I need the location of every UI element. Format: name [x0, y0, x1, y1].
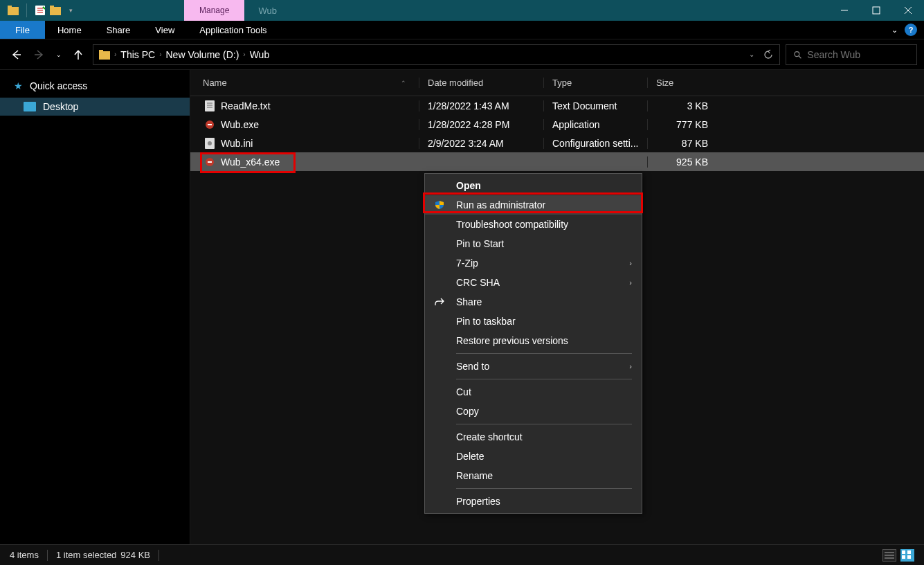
address-bar[interactable]: › This PC › New Volume (D:) › Wub ⌄: [93, 44, 780, 65]
sidebar-quick-access[interactable]: ★ Quick access: [0, 77, 190, 95]
sidebar-label: Desktop: [43, 101, 78, 112]
chevron-right-icon[interactable]: ›: [114, 51, 116, 58]
qat-dropdown-icon[interactable]: ▾: [64, 4, 77, 17]
file-name: Wub.exe: [221, 119, 259, 130]
separator: [47, 550, 48, 561]
file-name: ReadMe.txt: [221, 100, 271, 111]
refresh-icon[interactable]: [763, 49, 774, 60]
ctx-share[interactable]: Share: [425, 292, 642, 312]
ctx-crc-sha[interactable]: CRC SHA›: [425, 273, 642, 292]
chevron-right-icon[interactable]: ›: [243, 51, 245, 58]
ini-file-icon: [204, 138, 215, 149]
ctx-restore[interactable]: Restore previous versions: [425, 331, 642, 350]
close-button[interactable]: [892, 0, 924, 21]
status-size: 924 KB: [120, 550, 150, 560]
ctx-copy[interactable]: Copy: [425, 402, 642, 421]
breadcrumb-this-pc[interactable]: This PC: [120, 49, 155, 60]
tab-view[interactable]: View: [143, 21, 187, 39]
separator: [456, 353, 632, 354]
file-menu[interactable]: File: [0, 21, 45, 39]
manage-tab[interactable]: Manage: [184, 0, 244, 21]
sidebar-desktop[interactable]: Desktop: [0, 98, 190, 116]
folder-icon[interactable]: [7, 4, 19, 17]
svg-rect-1: [8, 6, 12, 8]
ctx-create-shortcut[interactable]: Create shortcut: [425, 427, 642, 447]
ctx-7zip[interactable]: 7-Zip›: [425, 253, 642, 273]
navbar: ⌄ › This PC › New Volume (D:) › Wub ⌄: [0, 39, 924, 70]
svg-rect-30: [907, 550, 911, 554]
chevron-right-icon: ›: [629, 362, 632, 370]
separator: [456, 488, 632, 489]
file-type: Application: [543, 119, 647, 130]
column-date[interactable]: Date modified: [419, 78, 543, 88]
file-row[interactable]: ReadMe.txt 1/28/2022 1:43 AM Text Docume…: [190, 96, 924, 115]
history-dropdown-icon[interactable]: ⌄: [54, 46, 64, 64]
file-name: Wub.ini: [221, 138, 253, 149]
ctx-run-admin[interactable]: Run as administrator: [425, 195, 642, 215]
properties-qat-icon[interactable]: [34, 4, 46, 17]
chevron-right-icon: ›: [629, 278, 632, 287]
svg-rect-12: [99, 51, 110, 60]
thumbnails-view-button[interactable]: [900, 549, 914, 562]
svg-point-14: [795, 51, 799, 56]
file-size: 777 KB: [647, 119, 716, 130]
context-menu: Open Run as administrator Troubleshoot c…: [424, 173, 642, 514]
ribbon: File Home Share View Application Tools ⌄…: [0, 21, 924, 39]
exe-file-icon: [204, 156, 215, 168]
file-row-selected[interactable]: Wub_x64.exe 925 KB: [190, 152, 924, 171]
ctx-properties[interactable]: Properties: [425, 492, 642, 511]
details-view-button[interactable]: [882, 549, 896, 562]
search-box[interactable]: [786, 44, 917, 65]
forward-button[interactable]: [30, 46, 48, 64]
svg-rect-29: [902, 550, 905, 554]
sidebar-label: Quick access: [30, 80, 87, 91]
breadcrumb-wub[interactable]: Wub: [250, 49, 270, 60]
column-name[interactable]: Name⌃: [190, 78, 419, 88]
svg-point-23: [208, 141, 212, 145]
sidebar: ★ Quick access Desktop: [0, 70, 190, 544]
svg-rect-21: [208, 124, 212, 125]
ctx-troubleshoot[interactable]: Troubleshoot compatibility: [425, 215, 642, 234]
titlebar: ▾ Manage Wub: [0, 0, 924, 21]
ctx-pin-taskbar[interactable]: Pin to taskbar: [425, 312, 642, 331]
file-size: 87 KB: [647, 138, 716, 149]
address-dropdown-icon[interactable]: ⌄: [749, 51, 754, 58]
star-icon: ★: [14, 80, 23, 91]
ctx-pin-start[interactable]: Pin to Start: [425, 234, 642, 253]
file-row[interactable]: Wub.exe 1/28/2022 4:28 PM Application 77…: [190, 115, 924, 134]
search-input[interactable]: [807, 49, 909, 60]
maximize-button[interactable]: [860, 0, 892, 21]
file-size: 3 KB: [647, 100, 716, 111]
up-button[interactable]: [69, 46, 87, 64]
svg-rect-32: [907, 555, 911, 559]
ctx-open[interactable]: Open: [425, 176, 642, 195]
status-item-count: 4 items: [10, 550, 39, 560]
separator: [26, 3, 27, 17]
desktop-icon: [24, 102, 36, 111]
ribbon-collapse-icon[interactable]: ⌄: [891, 26, 898, 35]
ctx-send-to[interactable]: Send to›: [425, 357, 642, 376]
file-row[interactable]: Wub.ini 2/9/2022 3:24 AM Configuration s…: [190, 134, 924, 152]
column-type[interactable]: Type: [543, 78, 647, 88]
ctx-rename[interactable]: Rename: [425, 466, 642, 485]
statusbar: 4 items 1 item selected 924 KB: [0, 544, 924, 565]
column-size[interactable]: Size: [647, 78, 716, 88]
svg-rect-7: [50, 6, 54, 8]
minimize-button[interactable]: [828, 0, 860, 21]
tab-share[interactable]: Share: [94, 21, 143, 39]
ctx-delete[interactable]: Delete: [425, 447, 642, 466]
sort-indicator-icon: ⌃: [401, 80, 406, 87]
separator: [456, 379, 632, 379]
back-button[interactable]: [7, 46, 25, 64]
tab-home[interactable]: Home: [45, 21, 94, 39]
status-selected: 1 item selected: [56, 550, 116, 560]
chevron-right-icon[interactable]: ›: [159, 51, 161, 58]
ctx-cut[interactable]: Cut: [425, 382, 642, 402]
tab-application-tools[interactable]: Application Tools: [187, 21, 279, 39]
window-title: Wub: [258, 6, 277, 16]
file-date: 2/9/2022 3:24 AM: [419, 138, 543, 149]
help-icon[interactable]: ?: [905, 24, 917, 36]
file-size: 925 KB: [647, 156, 716, 168]
breadcrumb-volume[interactable]: New Volume (D:): [165, 49, 239, 60]
new-folder-qat-icon[interactable]: [49, 4, 62, 17]
